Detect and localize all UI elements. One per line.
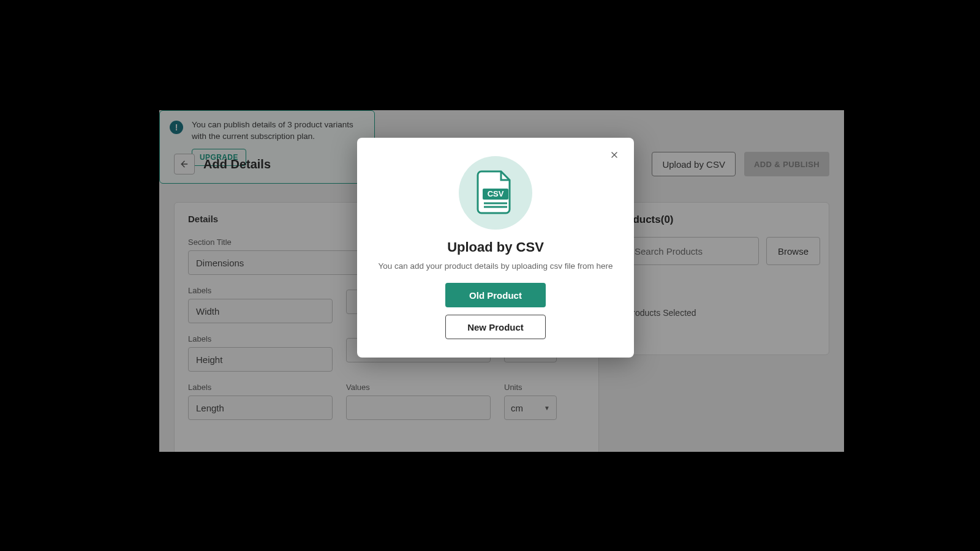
back-button[interactable] bbox=[174, 154, 195, 174]
page-title: Add Details bbox=[203, 157, 271, 171]
arrow-left-icon bbox=[179, 159, 189, 169]
info-icon: ! bbox=[170, 121, 183, 134]
products-selected-text: Products Selected bbox=[627, 308, 816, 318]
products-count: (0) bbox=[661, 214, 674, 225]
label-input[interactable] bbox=[188, 395, 333, 420]
upload-by-csv-button[interactable]: Upload by CSV bbox=[652, 152, 736, 176]
modal-subtitle: You can add your product details by uplo… bbox=[373, 261, 618, 271]
labels-label: Labels bbox=[188, 334, 333, 343]
close-button[interactable] bbox=[606, 146, 623, 163]
value-input[interactable] bbox=[346, 395, 491, 420]
values-label: Values bbox=[346, 383, 491, 392]
old-product-button[interactable]: Old Product bbox=[445, 283, 546, 307]
modal-title: Upload by CSV bbox=[373, 239, 618, 255]
new-product-button[interactable]: New Product bbox=[445, 315, 546, 339]
label-input[interactable] bbox=[188, 299, 333, 323]
subscription-info-text: You can publish details of 3 product var… bbox=[192, 119, 364, 143]
products-card: oducts(0) Browse Products Selected bbox=[614, 202, 829, 355]
add-publish-button: ADD & PUBLISH bbox=[744, 152, 829, 176]
browse-button[interactable]: Browse bbox=[766, 237, 820, 265]
label-input[interactable] bbox=[188, 347, 333, 372]
unit-select[interactable]: cm ▼ bbox=[504, 395, 557, 420]
upload-csv-modal: CSV Upload by CSV You can add your produ… bbox=[357, 138, 634, 358]
chevron-down-icon: ▼ bbox=[544, 405, 550, 411]
close-icon bbox=[609, 150, 619, 160]
csv-file-icon: CSV bbox=[459, 156, 532, 230]
labels-label: Labels bbox=[188, 286, 333, 295]
units-label: Units bbox=[504, 383, 557, 392]
search-products-input[interactable] bbox=[627, 237, 759, 265]
unit-value: cm bbox=[511, 403, 523, 413]
labels-label: Labels bbox=[188, 383, 333, 392]
svg-text:CSV: CSV bbox=[488, 189, 504, 198]
